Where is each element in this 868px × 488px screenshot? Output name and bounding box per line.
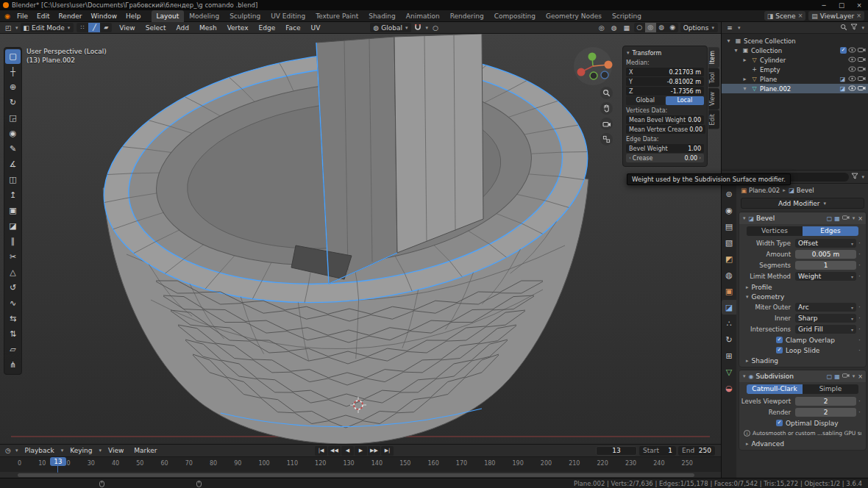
- workspace-uv-editing[interactable]: UV Editing: [266, 10, 310, 22]
- decrement-icon[interactable]: ‹: [629, 155, 631, 161]
- outliner-editor-icon[interactable]: ≡: [725, 24, 735, 32]
- 3d-viewport[interactable]: ▢ ┼ ⊕ ↻ ◲ ◉ ✎ ∡ ◫ ↥ ▣ ◪ ∥ ✂ △ ↺ ∿ ⇆ ⇅ ▱ …: [0, 34, 721, 444]
- modifier-name[interactable]: Bevel: [756, 215, 775, 222]
- ortho-toggle-icon[interactable]: [600, 133, 613, 146]
- scene-selector[interactable]: ◨ Scene ×: [764, 11, 806, 21]
- face-select-button[interactable]: ▰: [100, 23, 112, 32]
- menu-marker[interactable]: Marker: [129, 445, 161, 456]
- hide-eye-icon[interactable]: [848, 57, 856, 64]
- optimal-display-checkbox[interactable]: ✓: [776, 420, 783, 426]
- clamp-overlap-checkbox[interactable]: ✓: [776, 337, 783, 343]
- properties-options-chevron-icon[interactable]: ▾: [861, 174, 865, 180]
- camera-view-icon[interactable]: [600, 118, 613, 130]
- navigation-gizmo[interactable]: [574, 47, 613, 85]
- tool-shear[interactable]: ▱: [5, 342, 21, 357]
- camera-visibility-icon[interactable]: [858, 66, 866, 73]
- sidebar-tab-view[interactable]: View: [708, 88, 719, 110]
- tool-inset-faces[interactable]: ▣: [5, 204, 21, 218]
- outliner-item-scene-collection[interactable]: ▾ ▦ Scene Collection: [722, 36, 868, 46]
- animate-dot[interactable]: ·: [856, 240, 863, 247]
- menu-file[interactable]: File: [13, 11, 32, 21]
- tool-scale[interactable]: ◲: [5, 111, 21, 126]
- orientation-dropdown[interactable]: ◍ Global ▾: [370, 23, 411, 32]
- expand-icon[interactable]: ▸: [741, 76, 749, 82]
- profile-section[interactable]: ▸ Profile: [739, 282, 866, 292]
- start-frame-field[interactable]: Start 1: [639, 446, 676, 456]
- tab-physics[interactable]: ↻: [722, 332, 736, 347]
- workspace-geometry-nodes[interactable]: Geometry Nodes: [541, 10, 607, 22]
- breadcrumb-object[interactable]: Plane.002: [749, 187, 780, 194]
- tool-annotate[interactable]: ✎: [5, 142, 21, 157]
- tab-render[interactable]: ◉: [722, 203, 736, 218]
- menu-add[interactable]: Add: [171, 23, 193, 33]
- tool-add-cube[interactable]: ◫: [5, 173, 21, 187]
- workspace-layout[interactable]: Layout: [152, 10, 185, 22]
- tool-spin[interactable]: ↺: [5, 281, 21, 295]
- animate-dot[interactable]: ·: [856, 251, 863, 258]
- tab-modifiers[interactable]: ◪: [722, 300, 736, 315]
- tab-object[interactable]: ▣: [722, 284, 736, 298]
- solid-shading-button[interactable]: ◎: [645, 23, 656, 32]
- width-type-dropdown[interactable]: Offset▾: [795, 239, 856, 248]
- intersections-dropdown[interactable]: Grid Fill▾: [795, 325, 856, 334]
- show-gizmo-icon[interactable]: ◎: [597, 24, 607, 32]
- menu-face[interactable]: Face: [281, 23, 305, 33]
- menu-help[interactable]: Help: [121, 11, 146, 21]
- outliner-item-collection[interactable]: ▾ ▣ Collection ✓: [722, 46, 868, 55]
- outliner-filter-icon[interactable]: [850, 24, 858, 32]
- expand-icon[interactable]: ▾: [732, 47, 740, 54]
- menu-select[interactable]: Select: [141, 23, 171, 33]
- sidebar-tab-edit[interactable]: Edit: [708, 110, 719, 129]
- tool-edge-slide[interactable]: ⇆: [5, 312, 21, 326]
- snap-chevron-icon[interactable]: ▾: [424, 25, 429, 31]
- loop-slide-checkbox[interactable]: ✓: [776, 347, 783, 354]
- collapse-icon[interactable]: ▾: [742, 373, 747, 379]
- tool-box-select[interactable]: ▢: [5, 49, 21, 64]
- outliner-editor-chevron-icon[interactable]: ▾: [737, 25, 741, 31]
- tab-particles[interactable]: ∴: [722, 316, 736, 331]
- workspace-sculpting[interactable]: Sculpting: [224, 10, 266, 22]
- render-levels-field[interactable]: 2: [795, 408, 856, 417]
- render-toggle-icon[interactable]: [842, 215, 850, 222]
- animate-dot[interactable]: ·: [856, 326, 863, 333]
- bevel-weight-field[interactable]: Bevel Weight 1.00: [626, 144, 704, 153]
- median-z-field[interactable]: Z -1.7356 m: [626, 87, 704, 96]
- extras-menu-icon[interactable]: ▾: [852, 215, 856, 221]
- hide-eye-icon[interactable]: [848, 47, 856, 54]
- animate-dot[interactable]: ·: [856, 347, 863, 354]
- workspace-shading[interactable]: Shading: [363, 10, 401, 22]
- tool-move[interactable]: ⊕: [5, 80, 21, 95]
- tab-constraints[interactable]: ⊞: [722, 348, 736, 363]
- current-frame-field[interactable]: 13: [596, 446, 637, 456]
- tool-smooth[interactable]: ∿: [5, 296, 21, 311]
- editmode-toggle-icon[interactable]: ▢: [827, 373, 833, 380]
- minimize-button[interactable]: ─: [815, 0, 833, 10]
- zoom-icon[interactable]: [600, 87, 613, 99]
- pan-hand-icon[interactable]: [600, 102, 613, 115]
- shading-section[interactable]: ▸ Shading: [739, 356, 866, 365]
- mean-bevel-weight-field[interactable]: Mean Bevel Weight 0.00: [626, 115, 704, 124]
- geometry-section[interactable]: ▾ Geometry: [739, 292, 866, 301]
- maximize-button[interactable]: □: [833, 0, 850, 10]
- tab-material[interactable]: ◒: [722, 381, 736, 395]
- sidebar-tab-tool[interactable]: Tool: [708, 68, 719, 87]
- tab-tool[interactable]: ⊚: [722, 187, 736, 201]
- collection-checkbox[interactable]: ✓: [840, 47, 847, 54]
- workspace-animation[interactable]: Animation: [401, 10, 445, 22]
- tool-rip-region[interactable]: ⋔: [5, 358, 21, 373]
- advanced-section[interactable]: ▸ Advanced: [739, 439, 866, 448]
- viewlayer-selector[interactable]: ▤ ViewLayer ×: [808, 11, 864, 21]
- outliner-item-empty[interactable]: + Empty: [722, 65, 868, 74]
- global-button[interactable]: Global: [626, 96, 665, 105]
- workspace-compositing[interactable]: Compositing: [489, 10, 541, 22]
- tool-rotate[interactable]: ↻: [5, 96, 21, 110]
- animate-dot[interactable]: ·: [856, 337, 863, 344]
- mode-dropdown[interactable]: ◧ Edit Mode ▾: [21, 23, 74, 32]
- workspace-scripting[interactable]: Scripting: [607, 10, 647, 22]
- end-frame-field[interactable]: End 250: [678, 446, 715, 456]
- remove-modifier-icon[interactable]: ×: [858, 373, 863, 380]
- next-keyframe-button[interactable]: ▶▶: [368, 446, 380, 456]
- median-x-field[interactable]: X 0.21703 m: [626, 68, 704, 76]
- animate-dot[interactable]: ·: [856, 304, 863, 311]
- hide-eye-icon[interactable]: [848, 76, 856, 83]
